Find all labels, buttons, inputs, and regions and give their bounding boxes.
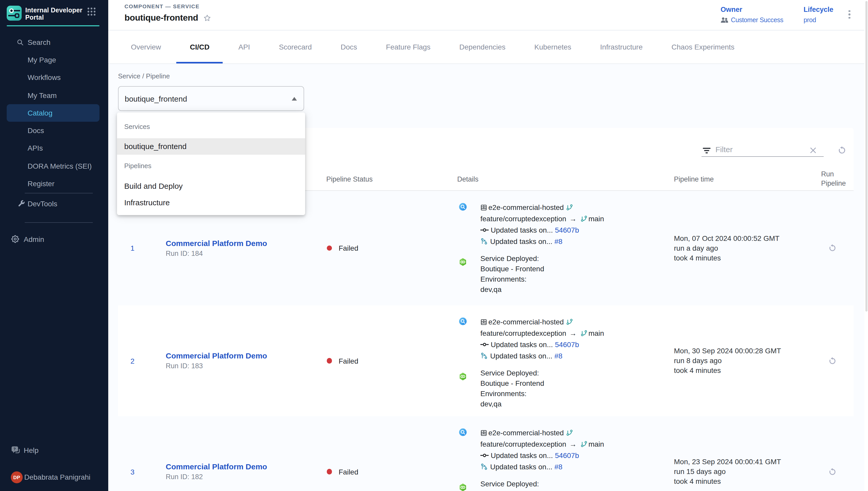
- owner-label: Owner: [721, 6, 783, 13]
- time-gmt: Mon, 23 Sep 2024 00:00:41 GMT: [674, 457, 803, 467]
- deploy-label: Service Deployed:: [480, 368, 544, 378]
- sidebar-item-help[interactable]: ? Help: [6, 441, 99, 459]
- time-relative: run 8 days ago: [674, 356, 803, 366]
- commit-sha-link[interactable]: 54607b: [555, 339, 579, 350]
- sidebar-item-label: DevTools: [28, 199, 57, 208]
- tab-scorecard[interactable]: Scorecard: [265, 31, 326, 63]
- gear-icon: [11, 235, 19, 243]
- run-pipeline-icon[interactable]: [824, 467, 832, 476]
- th-run-pipeline: Run Pipeline: [803, 168, 854, 190]
- tab-overview[interactable]: Overview: [117, 31, 176, 63]
- commit-icon: [480, 227, 489, 233]
- pull-request-icon: [480, 463, 488, 471]
- clear-filter-icon[interactable]: [810, 147, 816, 154]
- dropdown-option-build-and-deploy[interactable]: Build and Deploy: [117, 178, 305, 194]
- tab-ci-cd[interactable]: CI/CD: [176, 31, 224, 63]
- entity-header: COMPONENT — SERVICE boutique-frontend Ow…: [108, 0, 868, 30]
- environments-label: Environments:: [480, 273, 544, 284]
- source-branch[interactable]: feature/corruptedexception: [480, 438, 566, 450]
- target-branch[interactable]: main: [588, 213, 604, 224]
- sidebar-item-register[interactable]: Register: [6, 175, 99, 193]
- people-icon: [721, 17, 728, 23]
- pr-message: Updated tasks on...: [490, 236, 552, 247]
- pipeline-name-link[interactable]: Commercial Platform Demo: [166, 351, 307, 360]
- table-body: 1 Commercial Platform Demo Run ID: 184 F…: [118, 191, 854, 491]
- sidebar-item-admin[interactable]: Admin: [6, 230, 99, 248]
- dropdown-option-boutique-frontend[interactable]: boutique_frontend: [117, 138, 305, 154]
- repo-icon: [480, 429, 487, 436]
- app-root: Internal Developer Portal SearchMy PageW…: [0, 0, 868, 491]
- sidebar-item-workflows[interactable]: Workflows: [6, 68, 99, 86]
- pr-number-link[interactable]: #8: [554, 236, 562, 247]
- pipeline-time-cell: Mon, 23 Sep 2024 00:00:41 GMT run 15 day…: [655, 416, 803, 491]
- pr-message: Updated tasks on...: [490, 350, 552, 362]
- kebab-menu-icon[interactable]: [846, 7, 852, 22]
- repo-name[interactable]: e2e-commercial-hosted: [488, 202, 564, 213]
- lifecycle-label: Lifecycle: [804, 6, 834, 13]
- commit-sha-link[interactable]: 54607b: [555, 224, 579, 236]
- sidebar-item-devtools[interactable]: DevTools: [6, 195, 99, 212]
- arrow-right-icon: →: [569, 438, 577, 450]
- tab-infrastructure[interactable]: Infrastructure: [586, 31, 657, 63]
- failed-status-dot: [327, 469, 332, 474]
- commit-sha-link[interactable]: 54607b: [555, 450, 579, 461]
- run-pipeline-icon[interactable]: [824, 244, 832, 252]
- tab-api[interactable]: API: [224, 31, 265, 63]
- th-pipeline-status: Pipeline Status: [307, 168, 439, 190]
- app-switcher-icon[interactable]: [85, 5, 98, 18]
- owner-link[interactable]: Customer Success: [731, 16, 783, 24]
- source-branch[interactable]: feature/corruptedexception: [480, 213, 566, 224]
- app-title: Internal Developer Portal: [25, 5, 83, 21]
- sidebar-item-my-page[interactable]: My Page: [6, 51, 99, 69]
- service-pipeline-select[interactable]: boutique_frontend: [118, 86, 304, 111]
- wrench-icon: [17, 199, 25, 207]
- target-branch[interactable]: main: [588, 327, 604, 339]
- tab-kubernetes[interactable]: Kubernetes: [520, 31, 586, 63]
- deployed-service: Boutique - Frontend: [480, 263, 544, 273]
- sidebar-item-docs[interactable]: Docs: [6, 122, 99, 140]
- tab-chaos-experiments[interactable]: Chaos Experiments: [657, 31, 749, 63]
- sidebar-user[interactable]: DP Debabrata Panigrahi: [6, 468, 99, 486]
- harness-logo-icon: [7, 5, 22, 20]
- time-relative: run 15 days ago: [674, 467, 803, 476]
- run-pipeline-icon[interactable]: [824, 357, 832, 365]
- environments-label: Environments:: [480, 388, 544, 398]
- sidebar-item-dora-metrics-sei-[interactable]: DORA Metrics (SEI): [6, 157, 99, 175]
- scrollbar[interactable]: [864, 0, 868, 491]
- branch-icon: [580, 440, 587, 448]
- tab-dependencies[interactable]: Dependencies: [445, 31, 520, 63]
- filter-input[interactable]: Filter: [702, 136, 824, 157]
- tab-feature-flags[interactable]: Feature Flags: [372, 31, 445, 63]
- pr-number-link[interactable]: #8: [554, 350, 562, 362]
- time-relative: run a day ago: [674, 243, 803, 253]
- branch-icon: [566, 429, 573, 436]
- run-pipeline-cell: [803, 416, 854, 491]
- deploy-label: Service Deployed:: [480, 253, 544, 263]
- star-icon[interactable]: [203, 14, 212, 22]
- repo-name[interactable]: e2e-commercial-hosted: [488, 316, 564, 327]
- refresh-table-icon[interactable]: [838, 146, 846, 154]
- sidebar-item-catalog[interactable]: Catalog: [6, 104, 99, 122]
- tab-docs[interactable]: Docs: [326, 31, 372, 63]
- table-row: 2 Commercial Platform Demo Run ID: 183 F…: [118, 305, 854, 416]
- dropdown-option-infrastructure[interactable]: Infrastructure: [117, 194, 305, 211]
- pipeline-name-link[interactable]: Commercial Platform Demo: [166, 462, 307, 471]
- pipeline-name-link[interactable]: Commercial Platform Demo: [166, 238, 307, 248]
- run-id: Run ID: 184: [166, 248, 307, 258]
- failed-status-dot: [327, 246, 332, 251]
- repo-name[interactable]: e2e-commercial-hosted: [488, 427, 564, 438]
- sidebar-item-my-team[interactable]: My Team: [6, 86, 99, 104]
- avatar-initials: DP: [13, 474, 20, 480]
- target-branch[interactable]: main: [588, 438, 604, 450]
- sidebar-item-search[interactable]: Search: [6, 33, 99, 51]
- pr-number-link[interactable]: #8: [554, 461, 562, 472]
- row-index: 3: [118, 416, 147, 491]
- picker-label: Service / Pipeline: [118, 72, 170, 80]
- app-logo[interactable]: Internal Developer Portal: [7, 5, 83, 21]
- status-text: Failed: [339, 357, 358, 365]
- ci-stage-icon: [457, 202, 480, 247]
- row-index: 2: [118, 305, 147, 416]
- scrollbar-thumb[interactable]: [865, 1, 867, 312]
- sidebar-item-apis[interactable]: APIs: [6, 140, 99, 157]
- source-branch[interactable]: feature/corruptedexception: [480, 327, 566, 339]
